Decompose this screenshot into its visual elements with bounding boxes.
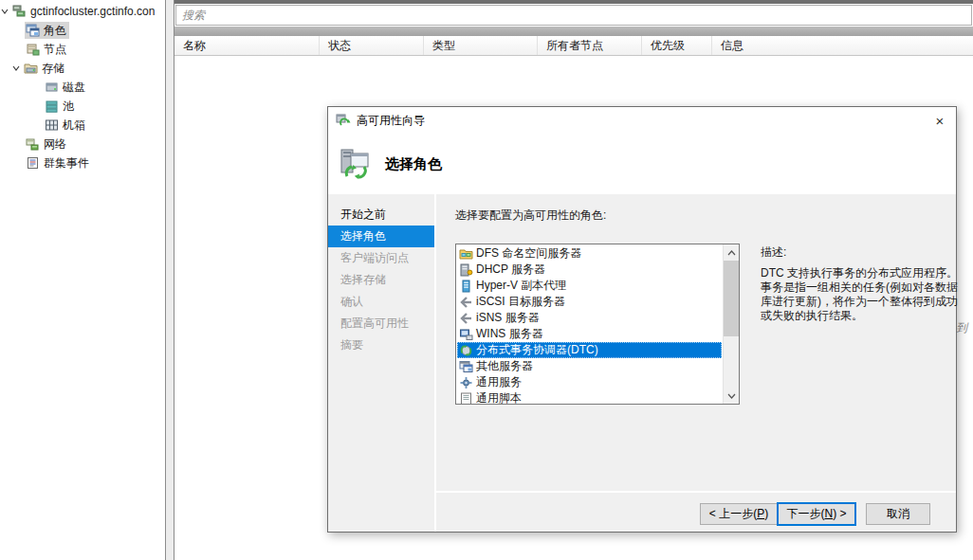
- description-text: DTC 支持执行事务的分布式应用程序。事务是指一组相关的任务(例如对各数据库进行…: [761, 266, 960, 323]
- role-option-label: Hyper-V 副本代理: [476, 278, 566, 294]
- tree-item-storage[interactable]: 存储: [0, 59, 165, 78]
- tree-item-label: 群集事件: [44, 155, 89, 172]
- tree-item-label: 网络: [44, 136, 66, 153]
- column-header-status[interactable]: 状态: [320, 36, 424, 55]
- tree-item-label: 池: [63, 99, 74, 115]
- wizard-steps-nav: 开始之前 选择角色 客户端访问点 选择存储 确认 配置高可用性 摘要: [328, 194, 434, 532]
- generic-service-icon: [459, 376, 473, 389]
- step-select-role[interactable]: 选择角色: [328, 226, 434, 247]
- dialog-title: 高可用性向导: [357, 113, 924, 129]
- events-icon: [26, 156, 40, 170]
- role-option-wins-server[interactable]: WINS 服务器: [457, 326, 722, 342]
- tree-item-label: 磁盘: [63, 80, 85, 96]
- tree-item-label: 角色: [44, 23, 66, 39]
- column-header-owner-node[interactable]: 所有者节点: [538, 36, 642, 55]
- generic-script-icon: [459, 392, 473, 405]
- dtc-icon: [459, 344, 473, 357]
- role-option-dfs-namespace[interactable]: DFS 命名空间服务器: [457, 245, 722, 262]
- column-header-information[interactable]: 信息: [712, 36, 973, 55]
- pane-splitter[interactable]: [165, 0, 174, 560]
- tree-item-label: 节点: [44, 42, 66, 58]
- tree-item-roles[interactable]: 角色: [0, 21, 165, 40]
- description-title: 描述:: [761, 245, 960, 260]
- tree-item-cluster-root[interactable]: gctinfocluster.gctinfo.con: [0, 2, 165, 21]
- iscsi-target-icon: [459, 296, 473, 309]
- wins-server-icon: [459, 328, 473, 341]
- console-tree: gctinfocluster.gctinfo.con 角色 节点 存储: [0, 0, 165, 560]
- wizard-icon: [336, 113, 351, 128]
- role-option-generic-script[interactable]: 通用脚本: [457, 390, 722, 404]
- column-header-name[interactable]: 名称: [174, 36, 320, 55]
- tree-item-nodes[interactable]: 节点: [0, 40, 165, 59]
- hyperv-replica-icon: [459, 280, 473, 293]
- tree-item-disks[interactable]: 磁盘: [0, 78, 165, 97]
- role-option-generic-service[interactable]: 通用服务: [457, 374, 722, 390]
- search-input[interactable]: [175, 5, 972, 26]
- cancel-button[interactable]: 取消: [866, 503, 930, 525]
- select-role-label: 选择要配置为高可用性的角色:: [455, 208, 606, 224]
- search-box: [175, 5, 972, 26]
- tree-item-label: gctinfocluster.gctinfo.con: [30, 5, 155, 18]
- role-option-label: DFS 命名空间服务器: [476, 245, 581, 262]
- failover-cluster-manager-window: gctinfocluster.gctinfo.con 角色 节点 存储: [0, 0, 973, 560]
- role-option-hyperv-replica[interactable]: Hyper-V 副本代理: [457, 278, 722, 294]
- role-option-label: DHCP 服务器: [476, 262, 545, 278]
- wizard-page-title: 选择角色: [385, 155, 442, 173]
- scrollbar-thumb[interactable]: [724, 261, 740, 336]
- high-availability-wizard-dialog: 高可用性向导 × 选择角色 开始之前 选择角色 客户端访问点 选择存储 确认 配…: [327, 106, 957, 533]
- step-before-you-begin[interactable]: 开始之前: [328, 204, 434, 226]
- cluster-icon: [12, 5, 27, 18]
- toolbar-band: [174, 27, 973, 36]
- other-server-icon: [459, 360, 473, 373]
- listbox-scrollbar[interactable]: [723, 244, 739, 404]
- role-option-other-server[interactable]: 其他服务器: [457, 358, 722, 374]
- role-option-isns-server[interactable]: iSNS 服务器: [457, 310, 722, 326]
- role-option-dhcp-server[interactable]: DHCP 服务器: [457, 262, 722, 278]
- wizard-content: 选择要配置为高可用性的角色: DFS 命名空间服务器 DHCP 服务器: [436, 194, 956, 491]
- dialog-titlebar[interactable]: 高可用性向导 ×: [328, 107, 956, 134]
- previous-button[interactable]: < 上一步(P): [700, 503, 778, 525]
- tree-item-label: 机箱: [63, 117, 85, 134]
- close-icon[interactable]: ×: [924, 107, 956, 134]
- role-option-label: 通用服务: [476, 374, 522, 390]
- tree-item-networks[interactable]: 网络: [0, 135, 165, 154]
- roles-table-header: 名称 状态 类型 所有者节点 优先级 信息: [174, 36, 973, 56]
- chevron-down-icon[interactable]: [0, 7, 9, 16]
- tree-item-pools[interactable]: 池: [0, 97, 165, 116]
- tree-item-label: 存储: [42, 61, 64, 77]
- chevron-down-icon[interactable]: [11, 63, 21, 73]
- role-option-label: iSNS 服务器: [476, 310, 540, 326]
- network-icon: [26, 137, 40, 151]
- wizard-header: 选择角色: [328, 134, 956, 194]
- step-select-storage[interactable]: 选择存储: [328, 269, 434, 291]
- pane-top-strip: [174, 0, 973, 4]
- column-header-priority[interactable]: 优先级: [642, 36, 712, 55]
- nodes-icon: [26, 43, 40, 56]
- roles-icon: [26, 24, 40, 37]
- role-option-iscsi-target[interactable]: iSCSI 目标服务器: [457, 294, 722, 310]
- step-configure-ha[interactable]: 配置高可用性: [328, 313, 434, 334]
- role-option-label: 通用脚本: [476, 390, 522, 404]
- step-confirmation[interactable]: 确认: [328, 291, 434, 313]
- dfs-namespace-icon: [459, 247, 473, 261]
- step-summary[interactable]: 摘要: [328, 334, 434, 356]
- tree-item-cluster-events[interactable]: 群集事件: [0, 154, 165, 172]
- role-option-label: 其他服务器: [476, 358, 533, 374]
- step-client-access-point[interactable]: 客户端访问点: [328, 247, 434, 269]
- scroll-down-icon[interactable]: [724, 388, 740, 404]
- role-option-label: 分布式事务协调器(DTC): [476, 342, 598, 358]
- role-option-dtc[interactable]: 分布式事务协调器(DTC): [457, 342, 722, 358]
- tree-item-enclosures[interactable]: 机箱: [0, 116, 165, 135]
- role-description-panel: 描述: DTC 支持执行事务的分布式应用程序。事务是指一组相关的任务(例如对各数…: [761, 245, 960, 323]
- next-button[interactable]: 下一步(N) >: [777, 502, 856, 526]
- dhcp-server-icon: [459, 263, 473, 277]
- wizard-body: 开始之前 选择角色 客户端访问点 选择存储 确认 配置高可用性 摘要 选择要配置…: [328, 194, 956, 532]
- storage-icon: [24, 62, 38, 75]
- role-option-label: iSCSI 目标服务器: [476, 294, 565, 310]
- enclosure-icon: [45, 118, 59, 132]
- isns-server-icon: [459, 312, 473, 325]
- scroll-up-icon[interactable]: [724, 244, 740, 261]
- role-option-label: WINS 服务器: [476, 326, 543, 342]
- column-header-type[interactable]: 类型: [424, 36, 538, 55]
- roles-listbox[interactable]: DFS 命名空间服务器 DHCP 服务器 Hyper-V 副本代理 i: [455, 244, 740, 405]
